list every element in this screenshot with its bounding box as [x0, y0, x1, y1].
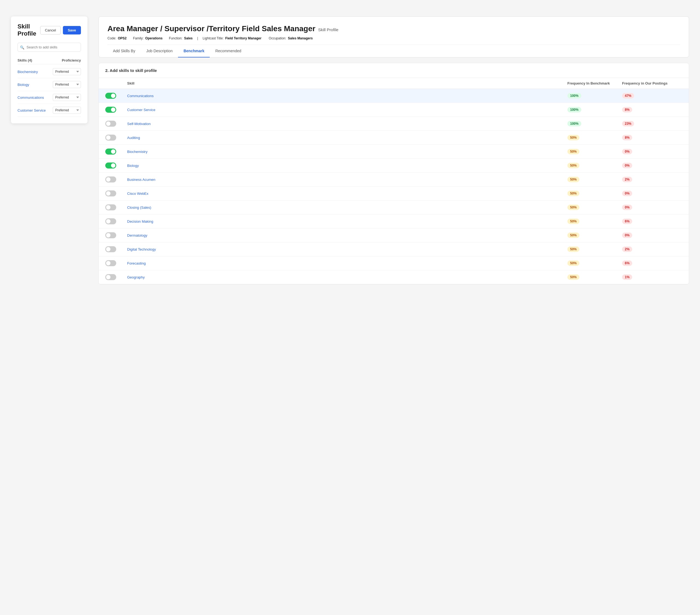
skill-list-name[interactable]: Biochemistry: [127, 150, 147, 154]
skill-profile-badge: Skill Profile: [318, 27, 338, 32]
left-skill-name[interactable]: Biochemistry: [17, 70, 38, 74]
freq-postings-badge: 0%: [622, 233, 632, 238]
tab-job-description[interactable]: Job Description: [141, 45, 178, 58]
freq-benchmark-cell: 50%: [567, 260, 622, 266]
skill-toggle[interactable]: [105, 260, 116, 266]
left-skill-name[interactable]: Biology: [17, 83, 29, 87]
left-skill-name[interactable]: Communications: [17, 96, 44, 100]
freq-benchmark-cell: 100%: [567, 121, 622, 126]
skill-toggle[interactable]: [105, 204, 116, 210]
freq-benchmark-badge: 100%: [567, 93, 581, 98]
skill-toggle[interactable]: [105, 121, 116, 127]
skill-toggle[interactable]: [105, 162, 116, 169]
occupation-value: Sales Managers: [288, 36, 313, 40]
freq-benchmark-badge: 50%: [567, 219, 579, 224]
skill-name-cell: Customer Service: [127, 108, 567, 112]
skill-name-cell: Geography: [127, 275, 567, 279]
button-group: Cancel Save: [40, 26, 81, 35]
panel-header: Skill Profile Cancel Save: [17, 23, 81, 37]
freq-benchmark-cell: 100%: [567, 93, 622, 98]
skill-list-name[interactable]: Biology: [127, 163, 139, 168]
toggle-col-header: [105, 81, 127, 85]
skill-toggle[interactable]: [105, 107, 116, 113]
freq-benchmark-badge: 50%: [567, 246, 579, 252]
freq-postings-cell: 0%: [622, 149, 682, 154]
skill-list-name[interactable]: Forecasting: [127, 261, 146, 266]
search-box: 🔍: [17, 43, 81, 52]
toggle-cell: [105, 260, 127, 266]
freq-postings-badge: 8%: [622, 135, 632, 140]
skill-toggle[interactable]: [105, 149, 116, 155]
freq-benchmark-badge: 50%: [567, 163, 579, 168]
skill-list-name[interactable]: Geography: [127, 275, 145, 279]
freq-postings-badge: 2%: [622, 177, 632, 182]
skill-list-name[interactable]: Dermatology: [127, 233, 147, 237]
toggle-cell: [105, 149, 127, 155]
freq-postings-col-header: Frequency in Our Postings: [622, 81, 682, 85]
skill-toggle[interactable]: [105, 246, 116, 252]
skill-toggle[interactable]: [105, 218, 116, 224]
skill-toggle[interactable]: [105, 93, 116, 99]
freq-postings-cell: 0%: [622, 205, 682, 210]
toggle-cell: [105, 121, 127, 127]
tab-add-skills-by[interactable]: Add Skills By: [108, 45, 141, 58]
skill-list-name[interactable]: Closing (Sales): [127, 206, 151, 210]
skill-list-name[interactable]: Auditing: [127, 136, 140, 140]
freq-benchmark-badge: 50%: [567, 135, 579, 140]
skill-toggle[interactable]: [105, 232, 116, 238]
toggle-cell: [105, 246, 127, 252]
job-title: Area Manager / Supervisor /Territory Fie…: [108, 24, 315, 33]
toggle-cell: [105, 218, 127, 224]
freq-benchmark-cell: 50%: [567, 205, 622, 210]
skill-toggle[interactable]: [105, 190, 116, 196]
skill-toggle[interactable]: [105, 135, 116, 140]
skill-list-row: Biochemistry 50% 0%: [99, 145, 689, 159]
function-label: Function:: [169, 36, 183, 40]
proficiency-column-header: Proficiency: [62, 58, 81, 62]
skill-list-name[interactable]: Business Acumen: [127, 177, 155, 182]
skill-list-name[interactable]: Cisco WebEx: [127, 192, 149, 196]
skill-list-row: Digital Technology 50% 2%: [99, 242, 689, 256]
skill-toggle[interactable]: [105, 274, 116, 280]
toggle-cell: [105, 204, 127, 210]
skill-list-name[interactable]: Customer Service: [127, 108, 155, 112]
skill-list-name[interactable]: Self-Motivation: [127, 122, 151, 126]
skill-list-row: Business Acumen 50% 2%: [99, 173, 689, 187]
freq-benchmark-badge: 50%: [567, 233, 579, 238]
skill-name-cell: Forecasting: [127, 261, 567, 266]
left-skills-list: Biochemistry Preferred Required Nice to …: [17, 65, 81, 117]
skill-list-name[interactable]: Communications: [127, 94, 154, 98]
left-panel: Skill Profile Cancel Save 🔍 Skills (4) P…: [11, 16, 88, 123]
freq-benchmark-badge: 50%: [567, 191, 579, 196]
freq-benchmark-cell: 50%: [567, 163, 622, 168]
tab-benchmark[interactable]: Benchmark: [178, 45, 210, 58]
toggle-cell: [105, 176, 127, 183]
proficiency-select[interactable]: Preferred Required Nice to Have: [53, 94, 81, 101]
freq-postings-cell: 2%: [622, 246, 682, 252]
skill-name-cell: Communications: [127, 94, 567, 98]
search-input[interactable]: [17, 43, 81, 52]
tab-recommended[interactable]: Recommended: [210, 45, 247, 58]
skill-name-cell: Dermatology: [127, 233, 567, 237]
skill-list-row: Self-Motivation 100% 23%: [99, 117, 689, 131]
code-value: OPS2: [118, 36, 127, 40]
skill-toggle[interactable]: [105, 176, 116, 183]
left-skill-row: Biochemistry Preferred Required Nice to …: [17, 65, 81, 78]
skill-list-row: Geography 50% 1%: [99, 270, 689, 284]
proficiency-select[interactable]: Preferred Required Nice to Have: [53, 68, 81, 75]
proficiency-select[interactable]: Preferred Required Nice to Have: [53, 107, 81, 114]
toggle-cell: [105, 232, 127, 238]
freq-benchmark-cell: 50%: [567, 177, 622, 182]
left-skill-name[interactable]: Customer Service: [17, 108, 46, 112]
skill-name-cell: Cisco WebEx: [127, 192, 567, 196]
left-skill-row: Customer Service Preferred Required Nice…: [17, 104, 81, 117]
skill-name-cell: Biology: [127, 163, 567, 168]
cancel-button[interactable]: Cancel: [40, 26, 60, 35]
freq-benchmark-cell: 50%: [567, 246, 622, 252]
proficiency-select[interactable]: Preferred Required Nice to Have: [53, 81, 81, 88]
freq-postings-cell: 47%: [622, 93, 682, 98]
save-button[interactable]: Save: [63, 26, 81, 35]
skill-list-name[interactable]: Decision Making: [127, 219, 153, 223]
skill-list-name[interactable]: Digital Technology: [127, 247, 156, 251]
freq-benchmark-cell: 50%: [567, 274, 622, 280]
